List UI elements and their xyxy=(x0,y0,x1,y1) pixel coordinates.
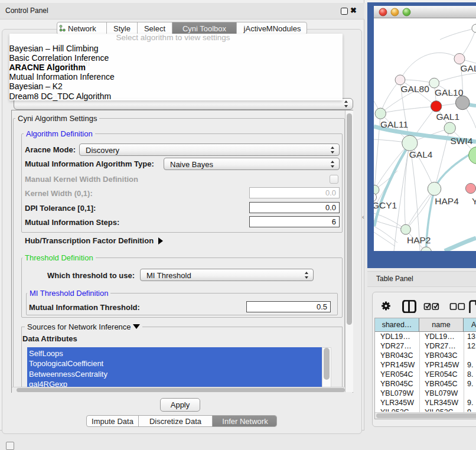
svg-text:GAL80: GAL80 xyxy=(401,84,430,94)
svg-text:HAP4: HAP4 xyxy=(435,196,459,206)
svg-text:GAL4: GAL4 xyxy=(409,149,433,159)
svg-text:SWI4: SWI4 xyxy=(450,136,472,146)
svg-text:GAL11: GAL11 xyxy=(380,119,408,129)
svg-text:GAL1: GAL1 xyxy=(436,112,459,122)
svg-text:GCY1: GCY1 xyxy=(374,200,397,210)
svg-text:HAP2: HAP2 xyxy=(407,235,431,245)
svg-text:GAL10: GAL10 xyxy=(435,87,464,97)
svg-text:GAL: GAL xyxy=(461,63,476,73)
svg-text:Y: Y xyxy=(472,196,476,206)
